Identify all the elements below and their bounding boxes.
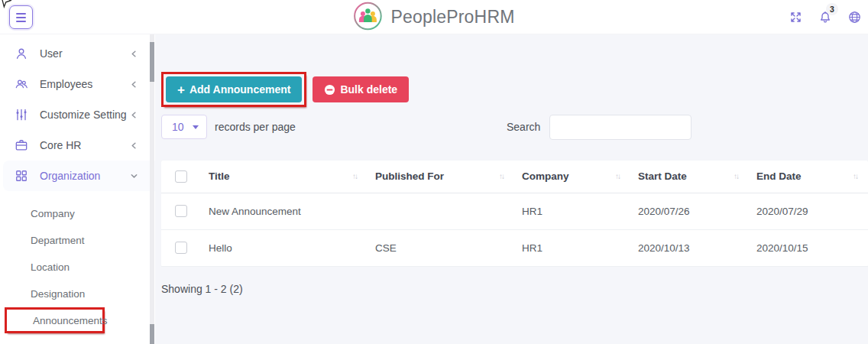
cell-published-for <box>368 193 514 229</box>
cell-start-date: 2020/07/26 <box>630 193 749 229</box>
sidebar-item-label: Core HR <box>40 139 81 151</box>
sort-icon[interactable] <box>734 172 738 180</box>
records-per-page-select[interactable]: 10 <box>161 115 207 139</box>
cell-company: HR1 <box>514 193 630 229</box>
sidebar-subitem-designation[interactable]: Designation <box>0 281 155 307</box>
grid-icon <box>14 168 29 183</box>
user-icon <box>14 46 29 61</box>
toolbar: + Add Announcement Bulk delete <box>161 72 868 107</box>
records-per-page-label: records per page <box>215 121 296 133</box>
caret-down-icon <box>193 125 199 129</box>
sidebar-item-employees[interactable]: Employees <box>0 69 155 99</box>
chevron-left-icon <box>130 50 138 58</box>
announcements-table: Title Published For Company Start Date E… <box>161 161 868 267</box>
sliders-icon <box>14 107 29 122</box>
sort-icon[interactable] <box>615 172 620 180</box>
employees-icon <box>14 76 29 92</box>
app-window: PeopleProHRM 3 <box>0 0 868 344</box>
plus-icon: + <box>177 83 185 96</box>
records-per-page-value: 10 <box>172 121 184 133</box>
minus-circle-icon <box>324 84 335 96</box>
sidebar-item-organization[interactable]: Organization <box>3 161 155 191</box>
sidebar-item-label: Employees <box>40 78 92 90</box>
chevron-down-icon <box>130 172 138 180</box>
language-globe-icon[interactable] <box>847 10 862 24</box>
fullscreen-icon[interactable] <box>789 10 803 24</box>
main-content: + Add Announcement Bulk delete 10 record… <box>155 34 868 344</box>
cell-start-date: 2020/10/13 <box>630 229 749 266</box>
sidebar-item-customize-setting[interactable]: Customize Setting <box>0 99 155 130</box>
search-input[interactable] <box>549 115 691 140</box>
column-header-end-date[interactable]: End Date <box>756 170 802 182</box>
sidebar-subitem-location[interactable]: Location <box>0 254 155 281</box>
bulk-delete-button[interactable]: Bulk delete <box>313 76 409 102</box>
sidebar-item-label: Organization <box>40 170 100 182</box>
menu-icon <box>16 13 26 15</box>
table-header-row: Title Published For Company Start Date E… <box>161 161 868 193</box>
cell-title: New Announcement <box>201 193 368 229</box>
header-actions: 3 <box>789 0 862 34</box>
add-announcement-label: Add Announcement <box>189 83 290 96</box>
brand-logo-icon <box>353 2 382 34</box>
bulk-delete-label: Bulk delete <box>340 83 397 96</box>
cell-company: HR1 <box>514 229 630 266</box>
brand-name: PeopleProHRM <box>390 7 514 28</box>
briefcase-icon <box>14 138 29 153</box>
cell-end-date: 2020/10/15 <box>749 229 868 266</box>
column-header-company[interactable]: Company <box>522 170 569 182</box>
search-group: Search <box>507 114 691 140</box>
column-header-title[interactable]: Title <box>209 170 230 182</box>
table-row: New Announcement HR1 2020/07/26 2020/07/… <box>161 193 868 229</box>
chevron-left-icon <box>130 111 138 119</box>
notifications-button[interactable]: 3 <box>818 10 833 25</box>
notification-badge: 3 <box>826 3 838 15</box>
sidebar: User Employees <box>0 34 155 344</box>
list-controls: 10 records per page Search <box>161 114 868 140</box>
cell-published-for: CSE <box>368 229 514 266</box>
sidebar-item-core-hr[interactable]: Core HR <box>0 130 155 161</box>
chevron-left-icon <box>130 141 138 150</box>
sidebar-item-label: Customize Setting <box>40 109 127 121</box>
scrollbar-thumb-bottom[interactable] <box>150 324 154 344</box>
sort-icon[interactable] <box>853 172 857 180</box>
organization-submenu: Company Department Location Designation … <box>0 200 155 333</box>
table-row: Hello CSE HR1 2020/10/13 2020/10/15 <box>161 229 868 266</box>
sidebar-item-user[interactable]: User <box>0 38 155 69</box>
column-header-start-date[interactable]: Start Date <box>638 170 687 182</box>
sidebar-subitem-announcements[interactable]: Announcements <box>5 307 105 333</box>
row-checkbox[interactable] <box>175 205 187 217</box>
sidebar-subitem-department[interactable]: Department <box>0 227 155 254</box>
sidebar-scrollbar-thumb[interactable] <box>150 42 154 82</box>
sort-icon[interactable] <box>499 172 504 180</box>
mouse-cursor-icon <box>0 0 14 14</box>
column-header-published-for[interactable]: Published For <box>375 170 444 182</box>
sidebar-subitem-company[interactable]: Company <box>0 200 155 227</box>
add-announcement-button[interactable]: + Add Announcement <box>166 76 302 102</box>
chevron-left-icon <box>130 80 138 89</box>
cell-title: Hello <box>201 229 368 266</box>
top-header: PeopleProHRM 3 <box>0 0 868 34</box>
search-label: Search <box>507 121 540 133</box>
pagination-summary: Showing 1 - 2 (2) <box>161 283 868 295</box>
sort-icon[interactable] <box>352 172 357 180</box>
tutorial-highlight-box: + Add Announcement <box>161 72 306 107</box>
brand: PeopleProHRM <box>353 0 514 34</box>
sidebar-item-label: User <box>40 47 63 60</box>
select-all-checkbox[interactable] <box>175 170 187 183</box>
row-checkbox[interactable] <box>175 242 187 254</box>
announcements-table-card: Title Published For Company Start Date E… <box>161 161 868 267</box>
cell-end-date: 2020/07/29 <box>749 193 868 229</box>
